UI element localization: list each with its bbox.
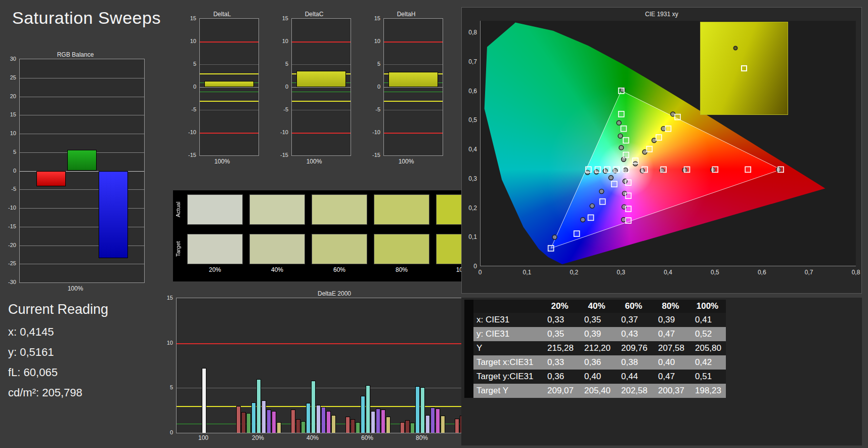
- y-tick-label: 15: [160, 295, 173, 301]
- reading-x: x: 0,4145: [8, 325, 108, 339]
- delta-h-plot: [383, 18, 443, 156]
- delta-c-chart: DeltaC 151050-5-10-15 100%: [277, 10, 351, 165]
- target-swatches: [187, 234, 492, 264]
- cie-xticks: 00,10,20,30,40,50,60,70,8: [480, 269, 856, 277]
- gridline: [384, 64, 443, 65]
- target-point: [586, 167, 591, 172]
- reading-cdm2: cd/m²: 205,798: [8, 386, 108, 399]
- deltae-bar: [267, 410, 271, 433]
- target-point: [626, 206, 631, 212]
- target-point: [646, 146, 652, 152]
- delta-h-plot-wrap: 151050-5-10-15: [369, 18, 443, 156]
- table-value: 0,39: [578, 327, 615, 341]
- actual-swatch: [249, 194, 305, 225]
- cie-zoom-box: [700, 22, 788, 115]
- deltae-bar: [371, 411, 375, 433]
- saturation-level-label: 20%: [187, 266, 243, 273]
- red-reference-line: [292, 42, 351, 43]
- delta-h-xlabel: 100%: [369, 158, 443, 165]
- y-tick-label: -15: [183, 152, 196, 158]
- measured-point: [609, 175, 613, 180]
- red-reference-line: [200, 42, 258, 43]
- y-tick-label: 30: [3, 56, 16, 62]
- deltae-bar: [301, 421, 306, 433]
- table-value: 0,37: [615, 313, 652, 327]
- saturation-level-label: 60%: [312, 266, 367, 273]
- y-tick-label: 0: [160, 429, 173, 435]
- table-value: 209,76: [615, 341, 652, 355]
- table-value: 0,40: [652, 355, 689, 370]
- red-reference-line: [292, 133, 351, 134]
- group-label: 80%: [395, 434, 449, 441]
- y-tick-label: -5: [275, 106, 288, 112]
- delta-c-ylabels: 151050-5-10-15: [277, 18, 290, 156]
- yellow-reference-line: [177, 406, 504, 407]
- actual-swatch: [312, 194, 367, 225]
- deltae-bar: [296, 419, 300, 433]
- deltae-bar: [410, 423, 415, 433]
- deltae-bar: [331, 415, 336, 433]
- target-point: [595, 167, 600, 172]
- deltae-bar: [405, 420, 410, 433]
- deltae-bar: [420, 387, 425, 433]
- target-point: [623, 138, 629, 143]
- y-tick-label: 0,4: [462, 146, 477, 153]
- y-tick-label: 5: [367, 61, 380, 67]
- red-reference-line: [200, 133, 258, 134]
- deltae-ylabels: 151050: [162, 298, 175, 433]
- target-point: [626, 180, 631, 185]
- deltae-bar: [272, 411, 276, 433]
- reading-y: y: 0,5161: [8, 346, 108, 359]
- row-gutter: [464, 355, 473, 370]
- y-tick-label: 10: [367, 38, 380, 44]
- table-value: 0,36: [578, 355, 615, 370]
- delta-c-plot: [291, 18, 351, 156]
- gridline: [200, 64, 258, 65]
- deltae-bar: [441, 416, 445, 433]
- target-point: [600, 199, 605, 205]
- y-tick-label: 15: [367, 15, 380, 21]
- column-header: 40%: [578, 300, 615, 313]
- zoom-measured-point: [733, 46, 737, 50]
- deltae-bar: [316, 405, 321, 433]
- target-point: [619, 111, 624, 117]
- yellow-reference-line: [200, 73, 258, 74]
- table-value: 0,33: [541, 313, 578, 327]
- gridline: [20, 134, 144, 134]
- column-header: 80%: [652, 300, 689, 313]
- y-tick-label: -30: [3, 279, 16, 285]
- gridline: [384, 87, 443, 88]
- current-reading: Current Reading x: 0,4145 y: 0,5161 fL: …: [8, 302, 108, 406]
- deltae-bar: [256, 379, 261, 433]
- table-value: 0,51: [689, 370, 726, 384]
- deltae-xlabels: 10020%40%60%80%100%: [176, 433, 505, 441]
- reading-fl: fL: 60,065: [8, 366, 108, 379]
- gridline: [200, 87, 258, 88]
- row-label: Target Y: [473, 384, 541, 398]
- x-tick-label: 0,4: [664, 269, 672, 276]
- rgb-balance-ylabels: 302520151050-5-10-15-20-25-30: [5, 59, 18, 283]
- target-swatch: [312, 234, 367, 264]
- rgb-bar-green: [67, 150, 97, 171]
- delta-h-bar: [388, 72, 438, 87]
- y-tick-label: 0,7: [462, 58, 477, 65]
- deltae-plot: [176, 298, 505, 433]
- delta-l-chart: DeltaL 151050-5-10-15 100%: [185, 10, 259, 165]
- table-value: 0,52: [689, 327, 726, 341]
- y-tick-label: 0,6: [462, 88, 477, 95]
- y-tick-label: 0,8: [462, 29, 477, 36]
- y-tick-label: 5: [275, 61, 288, 67]
- cie-1931-panel: CIE 1931 xy 00,10,20,30,40,50,60,70,8 00…: [461, 7, 862, 294]
- group-label: 20%: [231, 434, 285, 441]
- deltae-bar: [251, 402, 256, 433]
- cie-overlay: [481, 21, 856, 266]
- rgb-balance-title: RGB Balance: [5, 51, 146, 59]
- target-point: [656, 135, 662, 140]
- table-value: 207,58: [652, 341, 689, 355]
- gridline: [20, 115, 144, 115]
- table-value: 215,28: [541, 341, 578, 355]
- deltae-bar: [366, 385, 370, 433]
- y-tick-label: 0: [183, 84, 196, 90]
- rgb-balance-plot-wrap: 302520151050-5-10-15-20-25-30: [5, 59, 146, 283]
- gridline: [292, 110, 351, 110]
